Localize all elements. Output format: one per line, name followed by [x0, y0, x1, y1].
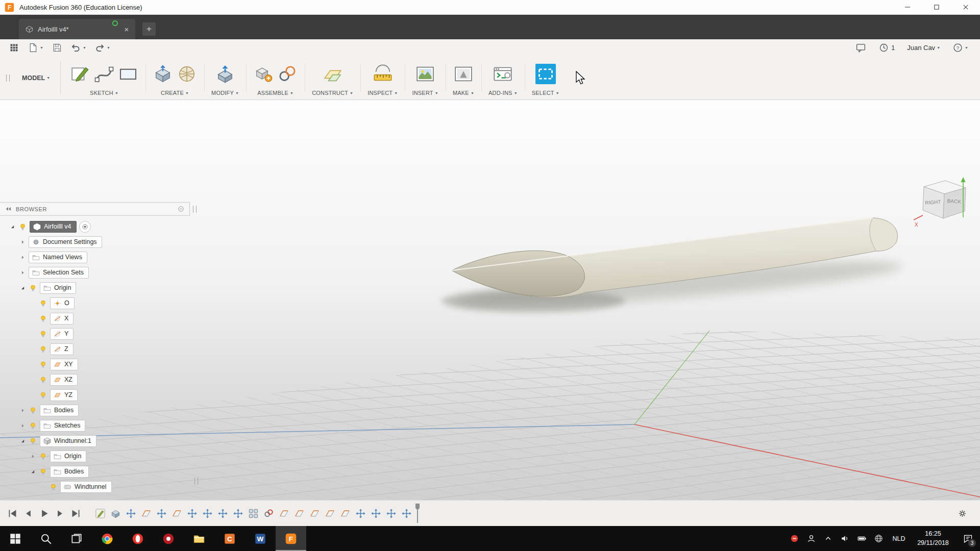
- go-to-start-button[interactable]: [7, 508, 18, 519]
- ribbon-group-label-construct[interactable]: CONSTRUCT▼: [312, 90, 353, 96]
- play-button[interactable]: [39, 508, 50, 519]
- ribbon-group-label-make[interactable]: MAKE▼: [453, 90, 474, 96]
- user-account-button[interactable]: Juan Cav▼: [904, 41, 943, 55]
- expand-icon[interactable]: [19, 239, 26, 245]
- expand-icon[interactable]: [19, 254, 26, 261]
- browser-item-xz[interactable]: XZ: [0, 372, 204, 387]
- taskbar-task-view[interactable]: [61, 526, 92, 551]
- panel-resize-grip[interactable]: [193, 206, 197, 213]
- tab-close-icon[interactable]: ×: [122, 24, 131, 34]
- visibility-bulb-icon[interactable]: [39, 330, 47, 338]
- press-pull-icon[interactable]: [215, 64, 235, 84]
- visibility-bulb-icon[interactable]: [39, 467, 47, 476]
- taskbar-fusion-360[interactable]: F: [276, 526, 306, 551]
- tray-hidden-icons[interactable]: [820, 534, 837, 543]
- visibility-bulb-icon[interactable]: [49, 483, 58, 491]
- ribbon-group-label-insert[interactable]: INSERT▼: [412, 90, 438, 96]
- browser-item-airfoilll-v4[interactable]: Airfoilll v4: [0, 219, 204, 234]
- construct-plane-icon[interactable]: [323, 64, 343, 84]
- expand-icon[interactable]: [19, 269, 26, 276]
- timeline-move-feature[interactable]: [401, 508, 412, 519]
- timeline-plane-feature[interactable]: [324, 508, 336, 519]
- visibility-bulb-icon[interactable]: [39, 345, 47, 354]
- browser-item-sketches[interactable]: Sketches: [0, 418, 204, 433]
- activate-component-radio[interactable]: [79, 221, 91, 233]
- comments-button[interactable]: [853, 41, 869, 55]
- visibility-bulb-icon[interactable]: [39, 452, 47, 461]
- browser-item-origin[interactable]: Origin: [0, 448, 204, 464]
- browser-item-yz[interactable]: YZ: [0, 387, 204, 403]
- step-forward-button[interactable]: [55, 508, 65, 519]
- collapse-icon[interactable]: [19, 285, 26, 291]
- browser-item-o[interactable]: O: [0, 295, 204, 311]
- taskbar-file-explorer[interactable]: [184, 526, 214, 551]
- action-center-button[interactable]: 3: [955, 526, 980, 551]
- ribbon-group-label-create[interactable]: CREATE▼: [161, 90, 189, 96]
- timeline-move-feature[interactable]: [186, 508, 198, 519]
- timeline-plane-feature[interactable]: [171, 508, 183, 519]
- timeline-move-feature[interactable]: [217, 508, 229, 519]
- expand-icon[interactable]: [19, 407, 26, 414]
- taskbar-c-app[interactable]: C: [214, 526, 245, 551]
- help-button[interactable]: ?▼: [950, 41, 971, 55]
- visibility-bulb-icon[interactable]: [29, 421, 37, 430]
- timeline-move-feature[interactable]: [232, 508, 244, 519]
- job-status-button[interactable]: 1: [876, 41, 897, 55]
- taskbar-search[interactable]: [31, 526, 61, 551]
- taskbar-word[interactable]: W: [245, 526, 276, 551]
- timeline-move-feature[interactable]: [355, 508, 366, 519]
- toolbar-grip[interactable]: [6, 74, 10, 82]
- minimize-button[interactable]: [893, 0, 922, 14]
- visibility-bulb-icon[interactable]: [39, 360, 47, 369]
- browser-item-windtunnel[interactable]: Windtunnel: [0, 479, 204, 494]
- visibility-bulb-icon[interactable]: [39, 299, 47, 308]
- browser-item-x[interactable]: X: [0, 311, 204, 326]
- timeline-plane-feature[interactable]: [140, 508, 152, 519]
- collapse-icon[interactable]: [19, 438, 26, 444]
- timeline-move-feature[interactable]: [370, 508, 382, 519]
- ribbon-group-label-add-ins[interactable]: ADD-INS▼: [488, 90, 518, 96]
- new-tab-button[interactable]: +: [142, 22, 156, 36]
- timeline-move-feature[interactable]: [385, 508, 397, 519]
- scripts-icon[interactable]: [493, 64, 513, 84]
- document-tab[interactable]: Airfoilll v4* ×: [19, 19, 135, 39]
- visibility-bulb-icon[interactable]: [29, 284, 37, 292]
- ribbon-group-label-inspect[interactable]: INSPECT▼: [368, 90, 398, 96]
- browser-item-named-views[interactable]: Named Views: [0, 249, 204, 265]
- expand-icon[interactable]: [19, 422, 26, 429]
- timeline-move-feature[interactable]: [156, 508, 167, 519]
- save-button[interactable]: [49, 41, 65, 55]
- tray-volume[interactable]: [837, 534, 853, 543]
- browser-item-document-settings[interactable]: Document Settings: [0, 234, 204, 249]
- browser-item-z[interactable]: Z: [0, 341, 204, 357]
- collapse-icon[interactable]: [30, 468, 36, 475]
- visibility-bulb-icon[interactable]: [18, 222, 27, 231]
- timeline-joint-feature[interactable]: [263, 508, 275, 519]
- collapse-panel-icon[interactable]: [5, 205, 12, 213]
- browser-item-bodies[interactable]: Bodies: [0, 403, 204, 418]
- visibility-bulb-icon[interactable]: [39, 391, 47, 399]
- taskbar-start[interactable]: [0, 526, 31, 551]
- tray-battery[interactable]: [853, 534, 870, 543]
- visibility-bulb-icon[interactable]: [39, 314, 47, 323]
- taskbar-browser-red[interactable]: [122, 526, 153, 551]
- create-sketch-icon[interactable]: [70, 64, 90, 84]
- tray-network[interactable]: [870, 534, 887, 543]
- step-back-button[interactable]: [23, 508, 34, 519]
- select-icon[interactable]: [535, 64, 556, 84]
- insert-image-icon[interactable]: [415, 64, 435, 84]
- undo-button[interactable]: ▼: [68, 41, 89, 55]
- rectangle-icon[interactable]: [118, 64, 138, 84]
- ribbon-group-label-select[interactable]: SELECT▼: [532, 90, 559, 96]
- language-indicator[interactable]: NLD: [887, 535, 911, 542]
- browser-header[interactable]: BROWSER: [0, 202, 190, 216]
- timeline-plane-feature[interactable]: [293, 508, 305, 519]
- ribbon-group-label-assemble[interactable]: ASSEMBLE▼: [257, 90, 293, 96]
- workspace-switcher[interactable]: MODEL ▼: [22, 56, 50, 99]
- new-component-icon[interactable]: [253, 64, 274, 84]
- timeline-move-feature[interactable]: [125, 508, 137, 519]
- timeline-playhead[interactable]: [414, 503, 421, 524]
- make-icon[interactable]: [453, 64, 474, 84]
- panel-resize-grip[interactable]: [194, 478, 198, 485]
- browser-item-origin[interactable]: Origin: [0, 280, 204, 295]
